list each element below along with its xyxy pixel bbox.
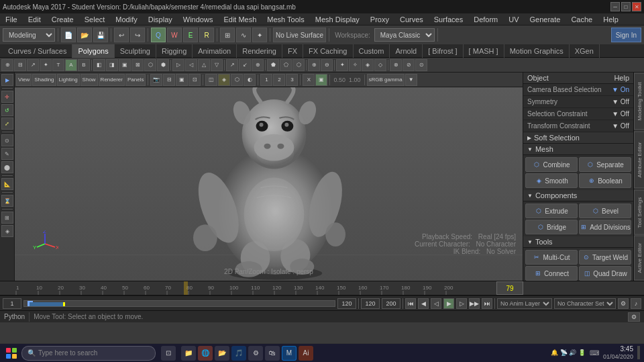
menu-surfaces[interactable]: Surfaces bbox=[431, 15, 466, 24]
rp-mesh-section[interactable]: ▼ Mesh bbox=[523, 144, 633, 155]
minimize-button[interactable]: ─ bbox=[610, 2, 620, 11]
rp-object-label[interactable]: Object bbox=[527, 74, 549, 82]
snap-curve-button[interactable]: ∿ bbox=[236, 28, 251, 42]
rp-bridge-btn[interactable]: ⬡ Bridge bbox=[525, 220, 578, 234]
start-button[interactable] bbox=[4, 346, 19, 361]
sculpt-btn-14[interactable]: ▷ bbox=[172, 59, 184, 71]
new-scene-button[interactable]: 📄 bbox=[61, 28, 76, 42]
sculpt-btn-10[interactable]: ▣ bbox=[119, 59, 131, 71]
sculpt-btn-1[interactable]: ⊕ bbox=[1, 59, 13, 71]
menu-generate[interactable]: Generate bbox=[527, 15, 564, 24]
sculpt-btn-11[interactable]: ⊠ bbox=[131, 59, 144, 71]
tab-xgen[interactable]: XGen bbox=[570, 44, 600, 58]
rp-camera-value[interactable]: ▼ On bbox=[612, 86, 629, 93]
no-live-surface-button[interactable]: No Live Surface bbox=[273, 28, 326, 42]
vpt-renderer-btn[interactable]: Renderer bbox=[99, 74, 125, 86]
lt-measure-btn[interactable]: 📐 bbox=[1, 178, 13, 190]
taskbar-app-music[interactable]: 🎵 bbox=[231, 346, 246, 361]
vpt-gamma-dropdown[interactable]: ▼ bbox=[405, 74, 417, 86]
vpt-smooth-btn[interactable]: ◈ bbox=[218, 74, 230, 86]
step-fwd-btn[interactable]: ▷ bbox=[456, 298, 467, 309]
rp-multi-cut-btn[interactable]: ✂ Multi-Cut bbox=[525, 250, 578, 265]
rp-connect-btn[interactable]: ⊞ Connect bbox=[525, 266, 578, 281]
rp-trans-constraint-value[interactable]: ▼ Off bbox=[612, 122, 629, 130]
menu-edit-mesh[interactable]: Edit Mesh bbox=[221, 15, 259, 24]
jump-start-btn[interactable]: ⏮ bbox=[405, 298, 416, 309]
sculpt-btn-27[interactable]: ✧ bbox=[349, 59, 361, 71]
show-desktop-btn[interactable] bbox=[637, 346, 640, 359]
tab-arnold[interactable]: Arnold bbox=[390, 44, 423, 58]
rp-target-weld-btn[interactable]: ⊙ Target Weld bbox=[579, 250, 631, 265]
sculpt-btn-6[interactable]: A bbox=[65, 59, 77, 71]
sculpt-btn-13[interactable]: ⬢ bbox=[157, 59, 169, 71]
menu-select[interactable]: Select bbox=[82, 15, 108, 24]
menu-create[interactable]: Create bbox=[49, 15, 76, 24]
sign-in-button[interactable]: Sign In bbox=[611, 28, 641, 42]
rp-help-label[interactable]: Help bbox=[614, 74, 629, 82]
tab-animation[interactable]: Animation bbox=[193, 44, 237, 58]
anim-end-input[interactable] bbox=[361, 298, 380, 309]
menu-uv[interactable]: UV bbox=[506, 15, 521, 24]
rotate-tool-button[interactable]: E bbox=[183, 28, 198, 42]
rp-sel-constraint-value[interactable]: ▼ Off bbox=[612, 110, 629, 118]
char-set-dropdown[interactable]: No Character Set bbox=[554, 298, 616, 309]
menu-display[interactable]: Display bbox=[146, 15, 175, 24]
sculpt-btn-23[interactable]: ⬡ bbox=[292, 59, 305, 71]
tool-settings-tab[interactable]: Tool Settings bbox=[634, 190, 644, 235]
rp-boolean-btn[interactable]: ⊕ Boolean bbox=[579, 173, 631, 188]
anim-end2-input[interactable] bbox=[382, 298, 400, 309]
menu-file[interactable]: File bbox=[3, 15, 20, 24]
sculpt-btn-21[interactable]: ⬟ bbox=[267, 59, 279, 71]
menu-edit[interactable]: Edit bbox=[25, 15, 44, 24]
rp-smooth-btn[interactable]: ◈ Smooth bbox=[525, 173, 578, 188]
sculpt-btn-7[interactable]: B bbox=[78, 59, 90, 71]
vpt-active-view-btn[interactable]: ▣ bbox=[315, 74, 327, 86]
vpt-res3-btn[interactable]: 3 bbox=[286, 74, 298, 86]
rp-symmetry-value[interactable]: ▼ Off bbox=[612, 98, 629, 105]
viewport[interactable]: View Shading Lighting Show Renderer Pane… bbox=[15, 73, 523, 281]
vpt-wireframe-btn[interactable]: ◫ bbox=[205, 74, 217, 86]
taskbar-search[interactable]: 🔍 Type here to search bbox=[21, 346, 156, 361]
open-scene-button[interactable]: 📂 bbox=[77, 28, 92, 42]
rp-add-divisions-btn[interactable]: ⊞ Add Divisions bbox=[579, 220, 631, 234]
vpt-shadow-btn[interactable]: ◐ bbox=[244, 74, 256, 86]
rp-separate-btn[interactable]: ⬡ Separate bbox=[579, 157, 631, 172]
tab-fx-caching[interactable]: FX Caching bbox=[303, 44, 353, 58]
snap-grid-button[interactable]: ⊞ bbox=[220, 28, 235, 42]
lt-move-btn[interactable]: ✛ bbox=[1, 91, 13, 103]
tab-motion-graphics[interactable]: Motion Graphics bbox=[504, 44, 570, 58]
menu-mesh-display[interactable]: Mesh Display bbox=[313, 15, 362, 24]
tab-polygons[interactable]: Polygons bbox=[72, 44, 114, 58]
menu-deform[interactable]: Deform bbox=[471, 15, 500, 24]
taskbar-app-maya[interactable]: M bbox=[282, 346, 297, 361]
sculpt-btn-17[interactable]: ▽ bbox=[211, 59, 223, 71]
anim-layer-dropdown[interactable]: No Anim Layer bbox=[497, 298, 552, 309]
rp-soft-selection-section[interactable]: ▶ Soft Selection bbox=[523, 132, 633, 144]
lt-grid-btn[interactable]: ⊞ bbox=[1, 212, 13, 224]
taskbar-app-ai[interactable]: Ai bbox=[299, 346, 313, 361]
module-dropdown[interactable]: Modeling Rigging Animation FX Rendering … bbox=[3, 28, 55, 42]
lt-paint-btn[interactable]: ✎ bbox=[1, 148, 13, 160]
save-scene-button[interactable]: 💾 bbox=[93, 28, 108, 42]
play-back-btn[interactable]: ◀ bbox=[418, 298, 429, 309]
menu-windows[interactable]: Windows bbox=[180, 15, 216, 24]
sculpt-btn-16[interactable]: △ bbox=[198, 59, 210, 71]
vpt-shading-btn[interactable]: Shading bbox=[32, 74, 56, 86]
taskbar-app-settings[interactable]: ⚙ bbox=[248, 346, 263, 361]
play-fwd2-btn[interactable]: ▶▶ bbox=[469, 298, 480, 309]
rp-quad-draw-btn[interactable]: ◫ Quad Draw bbox=[579, 266, 631, 281]
maximize-button[interactable]: □ bbox=[621, 2, 631, 11]
lt-select-btn[interactable]: ▶ bbox=[1, 74, 13, 86]
taskbar-app-store[interactable]: 🛍 bbox=[265, 346, 280, 361]
vpt-fit-btn[interactable]: ⊟ bbox=[163, 74, 175, 86]
vpt-res1-btn[interactable]: 1 bbox=[260, 74, 272, 86]
scale-tool-button[interactable]: R bbox=[199, 28, 214, 42]
sculpt-btn-20[interactable]: ⊕ bbox=[252, 59, 264, 71]
pb-anim-btn[interactable]: ♪ bbox=[631, 298, 641, 309]
menu-proxy[interactable]: Proxy bbox=[368, 15, 392, 24]
pb-settings-btn[interactable]: ⚙ bbox=[618, 298, 629, 309]
lt-history-btn[interactable]: ⌛ bbox=[1, 195, 13, 207]
lt-rotate-btn[interactable]: ↺ bbox=[1, 104, 13, 116]
tab-rendering[interactable]: Rendering bbox=[237, 44, 282, 58]
sculpt-btn-31[interactable]: ⊘ bbox=[402, 59, 415, 71]
